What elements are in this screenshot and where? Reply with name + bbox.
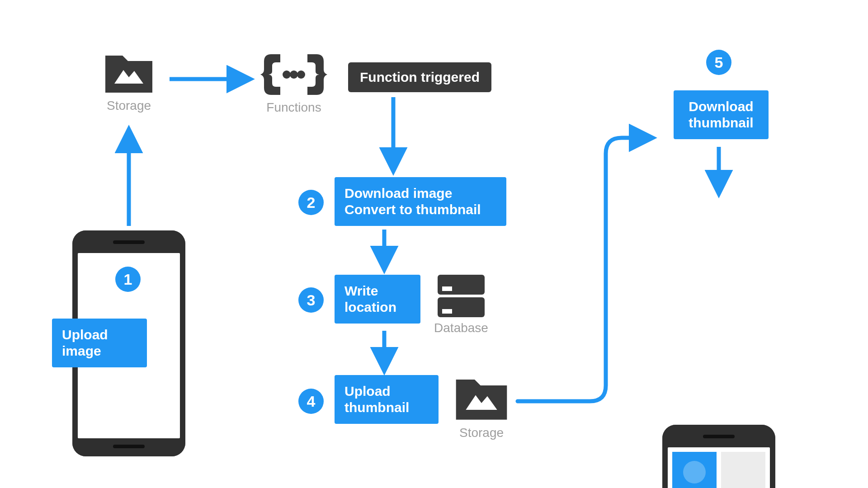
box-step2: Download image Convert to thumbnail [335,177,506,226]
box-step4-line2: thumbnail [344,399,429,416]
badge-step4: 4 [298,389,324,414]
box-step5-line1: Download [684,99,759,115]
box-step1: Upload image [52,319,147,367]
functions-label: Functions [258,100,330,115]
storage-icon-bottom [452,371,511,427]
svg-rect-6 [438,297,485,317]
box-step4-line1: Upload [344,383,429,399]
box-step3-line2: location [344,299,410,315]
thumbnail-cell [672,452,717,488]
badge-step2: 2 [298,190,324,215]
badge-step5-num: 5 [715,54,723,71]
badge-step3-num: 3 [307,291,316,309]
phone-thumbnail-grid [672,452,765,488]
box-step5-line2: thumbnail [684,115,759,131]
svg-point-2 [290,70,298,79]
box-step2-line2: Convert to thumbnail [344,202,496,218]
box-step2-line1: Download image [344,185,496,202]
storage-label-top: Storage [102,99,156,113]
database-label: Database [434,321,488,335]
badge-step3: 3 [298,287,324,313]
database-icon [434,270,488,322]
svg-rect-7 [442,309,452,314]
storage-icon-top [102,47,156,99]
badge-step4-num: 4 [307,393,316,410]
box-step4: Upload thumbnail [335,375,439,424]
badge-step1-num: 1 [124,271,132,288]
badge-step2-num: 2 [307,194,316,211]
diagram-canvas: Storage Functions Function triggered Dow… [0,0,868,488]
svg-rect-4 [438,275,485,295]
arrow-storage-to-phone2 [518,138,649,401]
svg-point-3 [297,70,305,79]
box-step3: Write location [335,275,420,324]
functions-icon [258,50,330,101]
box-step5: Download thumbnail [674,90,769,139]
grid-cell [721,452,765,488]
badge-step1: 1 [115,267,141,292]
box-function-triggered: Function triggered [348,62,491,92]
box-step1-line2: image [62,343,137,359]
badge-step5: 5 [706,50,731,75]
storage-label-bottom: Storage [452,426,511,440]
svg-rect-5 [442,286,452,291]
svg-point-1 [283,70,291,79]
box-function-triggered-text: Function triggered [360,70,480,84]
box-step3-line1: Write [344,283,410,299]
box-step1-line1: Upload [62,327,137,343]
phone-destination [662,425,775,488]
